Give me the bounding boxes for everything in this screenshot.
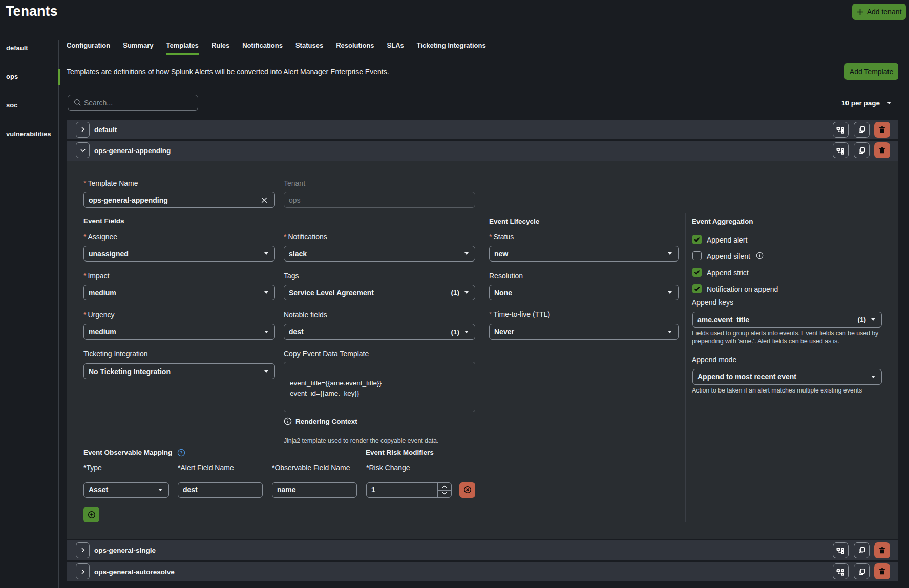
svg-text:?: ? [180, 450, 183, 455]
